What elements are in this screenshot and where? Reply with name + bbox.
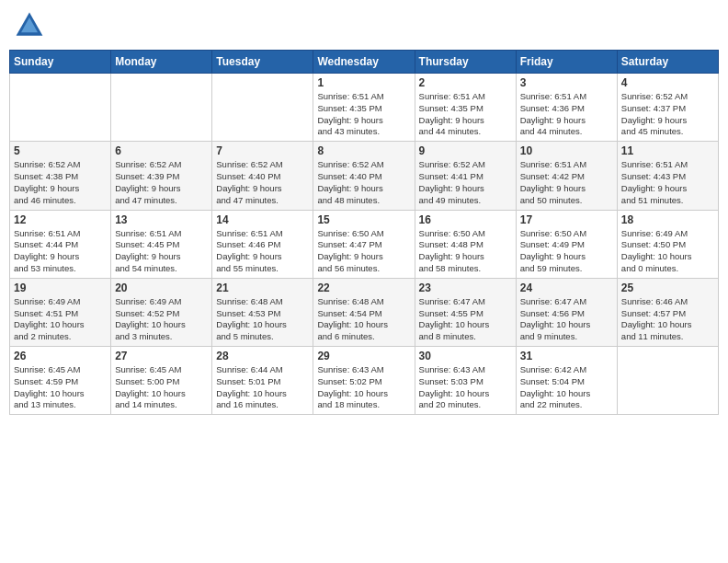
day-number: 21 [216,282,309,294]
calendar-cell: 4Sunrise: 6:52 AM Sunset: 4:37 PM Daylig… [617,74,718,142]
weekday-header-sunday: Sunday [10,51,111,74]
day-number: 6 [115,144,208,157]
page: SundayMondayTuesdayWednesdayThursdayFrid… [0,0,728,563]
day-info: Sunrise: 6:50 AM Sunset: 4:49 PM Dayligh… [520,228,613,275]
day-number: 8 [317,144,410,157]
calendar-cell: 11Sunrise: 6:51 AM Sunset: 4:43 PM Dayli… [617,142,718,210]
calendar-cell [212,74,313,142]
calendar-cell: 24Sunrise: 6:47 AM Sunset: 4:56 PM Dayli… [516,278,617,346]
calendar-cell: 3Sunrise: 6:51 AM Sunset: 4:36 PM Daylig… [516,74,617,142]
day-info: Sunrise: 6:49 AM Sunset: 4:52 PM Dayligh… [115,296,208,343]
day-number: 14 [216,213,309,226]
day-info: Sunrise: 6:49 AM Sunset: 4:51 PM Dayligh… [14,296,107,343]
day-info: Sunrise: 6:51 AM Sunset: 4:43 PM Dayligh… [621,159,714,206]
logo-icon [13,9,46,42]
day-number: 17 [520,213,613,226]
calendar-cell: 20Sunrise: 6:49 AM Sunset: 4:52 PM Dayli… [111,278,212,346]
day-number: 1 [317,76,410,89]
day-info: Sunrise: 6:52 AM Sunset: 4:37 PM Dayligh… [621,91,714,138]
calendar-cell: 31Sunrise: 6:42 AM Sunset: 5:04 PM Dayli… [516,347,617,415]
logo [13,9,50,42]
calendar-cell: 14Sunrise: 6:51 AM Sunset: 4:46 PM Dayli… [212,210,313,278]
day-number: 29 [317,350,410,362]
day-number: 2 [419,76,512,89]
day-info: Sunrise: 6:43 AM Sunset: 5:03 PM Dayligh… [419,364,512,411]
calendar-cell: 22Sunrise: 6:48 AM Sunset: 4:54 PM Dayli… [313,278,415,346]
day-number: 27 [115,350,208,362]
day-info: Sunrise: 6:42 AM Sunset: 5:04 PM Dayligh… [520,364,613,411]
header [9,9,719,42]
day-number: 15 [317,213,410,226]
calendar-cell: 17Sunrise: 6:50 AM Sunset: 4:49 PM Dayli… [516,210,617,278]
day-info: Sunrise: 6:51 AM Sunset: 4:35 PM Dayligh… [317,91,410,138]
calendar-cell: 16Sunrise: 6:50 AM Sunset: 4:48 PM Dayli… [415,210,516,278]
calendar-table: SundayMondayTuesdayWednesdayThursdayFrid… [9,50,719,415]
day-info: Sunrise: 6:51 AM Sunset: 4:44 PM Dayligh… [14,228,107,275]
calendar-cell: 8Sunrise: 6:52 AM Sunset: 4:40 PM Daylig… [313,142,415,210]
day-number: 9 [419,144,512,157]
day-info: Sunrise: 6:50 AM Sunset: 4:48 PM Dayligh… [419,228,512,275]
day-number: 5 [14,144,107,157]
calendar-cell: 21Sunrise: 6:48 AM Sunset: 4:53 PM Dayli… [212,278,313,346]
weekday-header-saturday: Saturday [617,51,718,74]
day-info: Sunrise: 6:52 AM Sunset: 4:40 PM Dayligh… [216,159,309,206]
calendar-cell: 10Sunrise: 6:51 AM Sunset: 4:42 PM Dayli… [516,142,617,210]
day-number: 19 [14,282,107,294]
day-number: 10 [520,144,613,157]
day-info: Sunrise: 6:51 AM Sunset: 4:36 PM Dayligh… [520,91,613,138]
weekday-header-row: SundayMondayTuesdayWednesdayThursdayFrid… [10,51,719,74]
weekday-header-tuesday: Tuesday [212,51,313,74]
calendar-cell: 28Sunrise: 6:44 AM Sunset: 5:01 PM Dayli… [212,347,313,415]
calendar-cell: 15Sunrise: 6:50 AM Sunset: 4:47 PM Dayli… [313,210,415,278]
day-info: Sunrise: 6:52 AM Sunset: 4:39 PM Dayligh… [115,159,208,206]
day-number: 31 [520,350,613,362]
calendar-cell: 9Sunrise: 6:52 AM Sunset: 4:41 PM Daylig… [415,142,516,210]
day-number: 4 [621,76,714,89]
day-number: 23 [419,282,512,294]
weekday-header-friday: Friday [516,51,617,74]
day-info: Sunrise: 6:47 AM Sunset: 4:55 PM Dayligh… [419,296,512,343]
day-number: 25 [621,282,714,294]
day-info: Sunrise: 6:48 AM Sunset: 4:54 PM Dayligh… [317,296,410,343]
day-number: 26 [14,350,107,362]
day-number: 3 [520,76,613,89]
calendar-cell: 18Sunrise: 6:49 AM Sunset: 4:50 PM Dayli… [617,210,718,278]
day-number: 18 [621,213,714,226]
calendar-cell: 7Sunrise: 6:52 AM Sunset: 4:40 PM Daylig… [212,142,313,210]
calendar-cell: 29Sunrise: 6:43 AM Sunset: 5:02 PM Dayli… [313,347,415,415]
calendar-cell: 12Sunrise: 6:51 AM Sunset: 4:44 PM Dayli… [10,210,111,278]
calendar-week-2: 5Sunrise: 6:52 AM Sunset: 4:38 PM Daylig… [10,142,719,210]
day-info: Sunrise: 6:50 AM Sunset: 4:47 PM Dayligh… [317,228,410,275]
day-number: 22 [317,282,410,294]
calendar-cell: 19Sunrise: 6:49 AM Sunset: 4:51 PM Dayli… [10,278,111,346]
calendar-cell: 2Sunrise: 6:51 AM Sunset: 4:35 PM Daylig… [415,74,516,142]
day-info: Sunrise: 6:48 AM Sunset: 4:53 PM Dayligh… [216,296,309,343]
calendar-cell [10,74,111,142]
day-info: Sunrise: 6:49 AM Sunset: 4:50 PM Dayligh… [621,228,714,275]
day-number: 20 [115,282,208,294]
calendar-cell [617,347,718,415]
calendar-cell [111,74,212,142]
day-number: 30 [419,350,512,362]
day-info: Sunrise: 6:43 AM Sunset: 5:02 PM Dayligh… [317,364,410,411]
calendar-cell: 23Sunrise: 6:47 AM Sunset: 4:55 PM Dayli… [415,278,516,346]
day-info: Sunrise: 6:52 AM Sunset: 4:38 PM Dayligh… [14,159,107,206]
calendar-week-4: 19Sunrise: 6:49 AM Sunset: 4:51 PM Dayli… [10,278,719,346]
calendar-cell: 6Sunrise: 6:52 AM Sunset: 4:39 PM Daylig… [111,142,212,210]
day-info: Sunrise: 6:51 AM Sunset: 4:46 PM Dayligh… [216,228,309,275]
calendar-week-3: 12Sunrise: 6:51 AM Sunset: 4:44 PM Dayli… [10,210,719,278]
day-number: 16 [419,213,512,226]
weekday-header-wednesday: Wednesday [313,51,415,74]
day-info: Sunrise: 6:45 AM Sunset: 4:59 PM Dayligh… [14,364,107,411]
day-info: Sunrise: 6:51 AM Sunset: 4:45 PM Dayligh… [115,228,208,275]
calendar-week-1: 1Sunrise: 6:51 AM Sunset: 4:35 PM Daylig… [10,74,719,142]
day-number: 13 [115,213,208,226]
weekday-header-monday: Monday [111,51,212,74]
day-number: 12 [14,213,107,226]
calendar-cell: 26Sunrise: 6:45 AM Sunset: 4:59 PM Dayli… [10,347,111,415]
day-info: Sunrise: 6:52 AM Sunset: 4:41 PM Dayligh… [419,159,512,206]
calendar-cell: 1Sunrise: 6:51 AM Sunset: 4:35 PM Daylig… [313,74,415,142]
day-info: Sunrise: 6:46 AM Sunset: 4:57 PM Dayligh… [621,296,714,343]
day-number: 24 [520,282,613,294]
day-info: Sunrise: 6:45 AM Sunset: 5:00 PM Dayligh… [115,364,208,411]
